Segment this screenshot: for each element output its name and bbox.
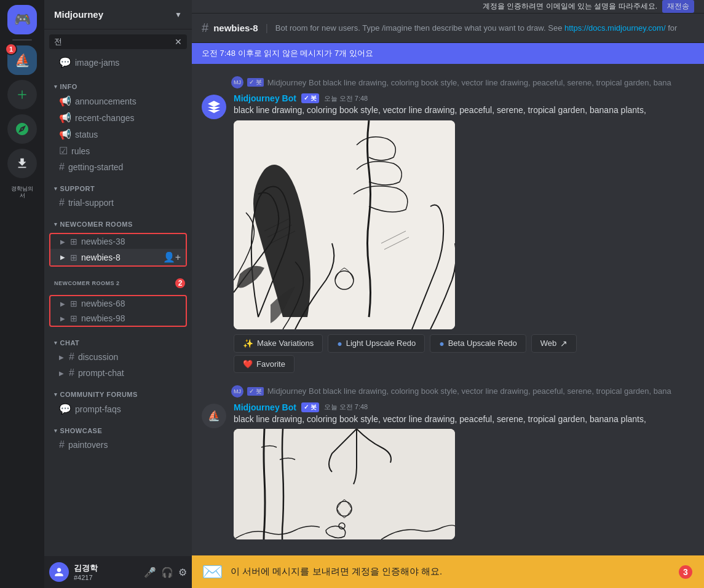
category-info[interactable]: ▾ INFO	[44, 73, 192, 93]
add-user-icon[interactable]: 👤+	[163, 251, 181, 263]
chevron-icon: ▾	[54, 186, 58, 192]
chevron-icon: ▾	[54, 84, 58, 90]
sidebar: Midjourney ▼ ✕ 💬 image-jams ▾ INFO 📢 ann…	[44, 0, 192, 588]
sidebar-header[interactable]: Midjourney ▼	[44, 0, 192, 29]
preview-text-1: Midjourney Bot black line drawing, color…	[267, 78, 671, 87]
hash-icon2: #	[59, 197, 65, 208]
midjourney-server-icon[interactable]: ⛵ 1	[7, 45, 37, 75]
category-newcomer-rooms-2-header[interactable]: NEWCOMER ROOMS 2 2	[44, 269, 192, 292]
search-clear-icon[interactable]: ✕	[175, 37, 182, 47]
channel-description: Bot room for new users. Type /imagine th…	[275, 23, 694, 33]
category-label: SUPPORT	[60, 185, 95, 192]
external-link-icon: ↗	[560, 339, 568, 348]
channel-newbies-8[interactable]: ▶ ⊞ newbies-8 👤+	[50, 249, 186, 265]
favorite-label: Favorite	[256, 359, 285, 369]
channel-newbies-98[interactable]: ▶ ⊞ newbies-98	[50, 311, 186, 326]
add-server-icon[interactable]	[7, 80, 37, 109]
settings-icon[interactable]: ⚙	[178, 566, 187, 578]
bottom-bar-text: 이 서버에 메시지를 보내려면 계정을 인증해야 해요.	[231, 566, 670, 578]
category-support[interactable]: ▾ SUPPORT	[44, 175, 192, 195]
verified-badge-2: ✓ 봇	[247, 387, 264, 396]
channel-announcements[interactable]: 📢 announcements	[49, 93, 187, 109]
msg-header-2: Midjourney Bot ✓ 봇 오늘 오전 7:48	[234, 402, 694, 412]
channel-trial-support[interactable]: # trial-support	[49, 195, 187, 211]
expand-icon6: ▶	[59, 370, 64, 377]
msg-time-2: 오늘 오전 7:48	[324, 402, 368, 412]
beta-upscale-redo-button[interactable]: ● Beta Upscale Redo	[430, 334, 526, 353]
rules-icon: ☑	[59, 145, 68, 157]
forum-icon2: 💬	[59, 403, 71, 415]
category-chat[interactable]: ▾ CHAT	[44, 329, 192, 349]
channel-name: newbies-98	[81, 313, 125, 323]
announce-icon: 📢	[59, 95, 71, 107]
light-upscale-redo-button[interactable]: ● Light Upscale Redo	[328, 334, 425, 353]
image-container-1[interactable]	[234, 120, 455, 329]
expand-icon5: ▶	[59, 354, 64, 361]
channels-list: 💬 image-jams ▾ INFO 📢 announcements 📢 re…	[44, 54, 192, 556]
channel-prompt-faqs[interactable]: 💬 prompt-faqs	[49, 401, 187, 417]
channel-status[interactable]: 📢 status	[49, 126, 187, 143]
bottom-bar: ✉️ 이 서버에 메시지를 보내려면 계정을 인증해야 해요. 3	[192, 555, 704, 588]
msg-author-1: Midjourney Bot	[234, 93, 296, 103]
beta-icon: ●	[439, 339, 444, 348]
channel-newbies-38[interactable]: ▶ ⊞ newbies-38	[50, 234, 186, 249]
web-button[interactable]: Web ↗	[531, 334, 577, 353]
newcomer-box-1: ▶ ⊞ newbies-38 ▶ ⊞ newbies-8 👤+	[49, 233, 187, 267]
user-avatar	[49, 562, 69, 582]
category-newcomer-rooms[interactable]: ▾ NEWCOMER ROOMS	[44, 211, 192, 230]
channel-prompt-chat[interactable]: ▶ # prompt-chat	[49, 365, 187, 381]
newcomer-rooms-2-badge: 2	[173, 276, 187, 290]
category-label-2: NEWCOMER ROOMS 2	[54, 280, 173, 286]
voice-hash-icon4: ⊞	[70, 313, 77, 323]
desc-suffix: for	[668, 23, 677, 33]
channel-discussion[interactable]: ▶ # discussion	[49, 349, 187, 365]
docs-link[interactable]: https://docs.midjourney.com/	[564, 23, 666, 33]
channel-recent-changes[interactable]: 📢 recent-changes	[49, 109, 187, 126]
msg-header-1: Midjourney Bot ✓ 봇 오늘 오전 7:48	[234, 93, 694, 103]
server-divider	[12, 39, 32, 41]
channel-getting-started[interactable]: # getting-started	[49, 159, 187, 175]
bottom-bar-badge: 3	[677, 563, 694, 581]
desc-text: Bot room for new users. Type /imagine th…	[275, 23, 563, 33]
forum-icon: 💬	[59, 57, 71, 68]
category-community-forums[interactable]: ▾ COMMUNITY FORUMS	[44, 381, 192, 401]
favorite-button[interactable]: ❤️ Favorite	[234, 355, 295, 373]
headphone-icon[interactable]: 🎧	[161, 566, 173, 578]
mute-icon[interactable]: 🎤	[144, 566, 156, 578]
channel-name: rules	[71, 146, 90, 156]
sidebar-search: ✕	[44, 29, 192, 54]
channel-header-name: newbies-8	[213, 23, 258, 33]
channel-rules[interactable]: ☑ rules	[49, 143, 187, 159]
download-icon[interactable]	[7, 149, 37, 178]
channel-newbies-68[interactable]: ▶ ⊞ newbies-68	[50, 296, 186, 311]
announcement-text: 오전 7:48 이후로 읽지 않은 메시지가 7개 있어요	[202, 49, 373, 58]
channel-name: trial-support	[68, 198, 114, 208]
search-input[interactable]	[54, 37, 171, 47]
search-box[interactable]: ✕	[49, 34, 187, 49]
user-tag: #4217	[74, 574, 139, 581]
channel-name: prompt-faqs	[75, 404, 121, 414]
explore-icon[interactable]	[7, 114, 37, 144]
bot-mini-avatar: MJ	[231, 76, 243, 88]
voice-hash-icon: ⊞	[70, 237, 77, 246]
msg-content-2: Midjourney Bot ✓ 봇 오늘 오전 7:48 black line…	[234, 402, 694, 545]
voice-hash-icon3: ⊞	[70, 299, 77, 308]
variations-icon: ✨	[243, 339, 253, 348]
preview-text-2: Midjourney Bot black line drawing, color…	[267, 386, 671, 396]
channel-image-jams[interactable]: 💬 image-jams	[49, 54, 187, 71]
category-showcase[interactable]: ▾ SHOWCASE	[44, 417, 192, 437]
make-variations-button[interactable]: ✨ Make Variations	[234, 334, 323, 353]
channel-paintovers[interactable]: # paintovers	[49, 437, 187, 453]
category-label: INFO	[60, 83, 77, 90]
announcement-bar[interactable]: 오전 7:48 이후로 읽지 않은 메시지가 7개 있어요	[192, 43, 704, 64]
channel-name: prompt-chat	[78, 368, 124, 378]
discord-server-icon[interactable]: 🎮	[7, 5, 37, 34]
expand-icon: ▶	[60, 254, 65, 261]
image-container-2[interactable]	[234, 429, 455, 539]
messages-area[interactable]: MJ ✓ 봇 Midjourney Bot black line drawing…	[192, 64, 704, 555]
hash-icon: #	[59, 162, 65, 173]
message-group-2: ⛵ Midjourney Bot ✓ 봇 오늘 오전 7:48 black li…	[192, 400, 704, 547]
btn-label-variations: Make Variations	[257, 339, 314, 348]
message-group-1: Midjourney Bot ✓ 봇 오늘 오전 7:48 black line…	[192, 91, 704, 378]
verify-button[interactable]: 재전송	[662, 0, 694, 13]
